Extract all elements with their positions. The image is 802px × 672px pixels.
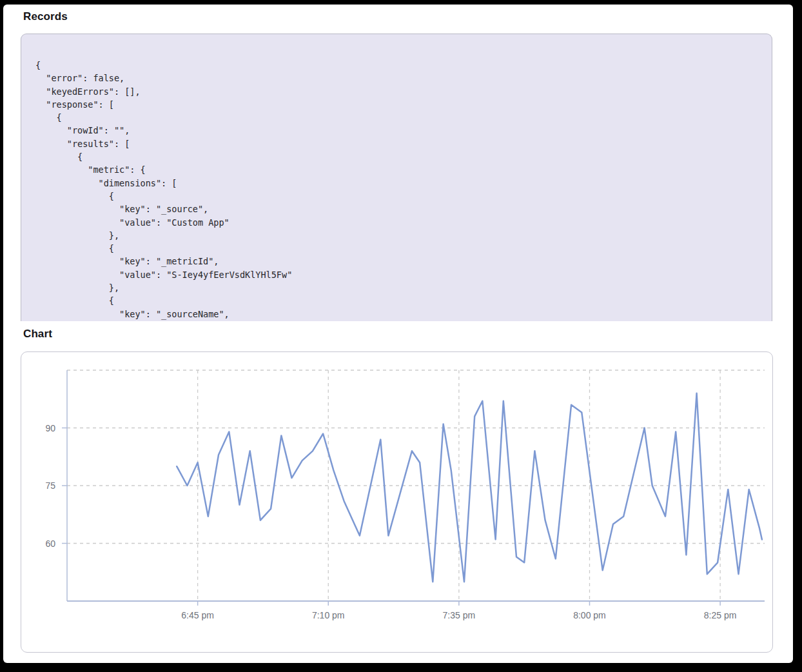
x-axis-label: 7:35 pm	[443, 610, 476, 620]
x-axis-label: 8:00 pm	[573, 610, 606, 620]
code-line: {	[35, 59, 759, 72]
code-line: "keyedErrors": [],	[35, 85, 759, 98]
code-line: "rowId": "",	[35, 124, 759, 137]
page: Records { "error": false, "keyedErrors":…	[3, 5, 793, 663]
code-line: "key": "_metricId",	[35, 255, 759, 268]
records-section-title: Records	[23, 10, 68, 23]
code-line: {	[35, 190, 759, 203]
code-line: {	[35, 294, 759, 307]
records-json-content: { "error": false, "keyedErrors": [], "re…	[21, 34, 772, 321]
x-axis-label: 6:45 pm	[181, 610, 214, 620]
code-line: },	[35, 229, 759, 242]
code-line: {	[35, 242, 759, 255]
chart-card: 9075606:45 pm7:10 pm7:35 pm8:00 pm8:25 p…	[21, 351, 773, 653]
x-axis-label: 7:10 pm	[312, 610, 345, 620]
series-line-metric-values	[177, 393, 762, 582]
code-line: },	[35, 281, 759, 294]
code-line: {	[35, 150, 759, 163]
code-line: "key": "_source",	[35, 203, 759, 215]
code-line: "dimensions": [	[35, 177, 759, 190]
code-line: "results": [	[35, 137, 759, 150]
y-axis-label: 90	[45, 423, 55, 433]
code-line: "key": "_sourceName",	[35, 308, 759, 321]
code-line: "error": false,	[35, 72, 759, 84]
window-frame: Records { "error": false, "keyedErrors":…	[0, 0, 802, 672]
x-axis-label: 8:25 pm	[704, 610, 737, 620]
y-axis-label: 60	[45, 539, 55, 549]
y-axis-label: 75	[45, 480, 55, 491]
line-chart-plot[interactable]: 9075606:45 pm7:10 pm7:35 pm8:00 pm8:25 p…	[21, 352, 772, 652]
code-line: "value": "Custom App"	[35, 216, 759, 229]
records-json-block[interactable]: { "error": false, "keyedErrors": [], "re…	[21, 34, 772, 321]
code-line: "response": [	[35, 98, 759, 111]
code-line: "value": "S-Iey4yfEerVsdKlYHl5Fw"	[35, 268, 759, 281]
code-line: "metric": {	[35, 163, 759, 176]
chart-section-title: Chart	[23, 328, 52, 341]
code-line: {	[35, 111, 759, 124]
